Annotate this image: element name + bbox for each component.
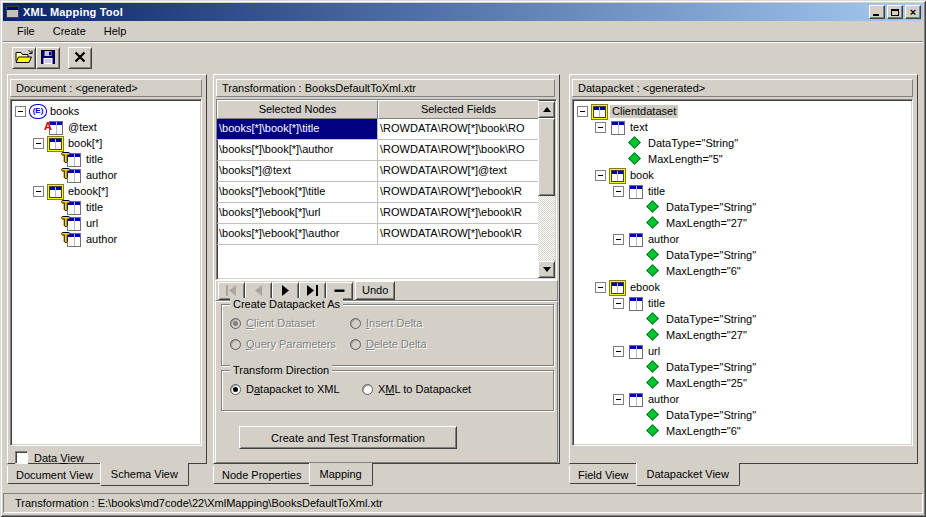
tree-item-url[interactable]: url <box>573 343 912 359</box>
column-header-selected-fields[interactable]: Selected Fields <box>378 100 539 119</box>
menu-help[interactable]: Help <box>95 23 136 39</box>
create-test-transformation-button[interactable]: Create and Test Transformation <box>239 426 457 449</box>
grid-scrollbar[interactable] <box>538 101 555 278</box>
selected-node-cell[interactable]: \books[*]\ebook[*]\url <box>217 203 378 223</box>
menu-file[interactable]: File <box>8 23 44 39</box>
open-button[interactable] <box>12 47 36 69</box>
selected-field-cell[interactable]: \ROWDATA\ROW[*]\ebook\R <box>378 203 539 223</box>
tree-item-label: books <box>48 105 81 118</box>
grid-row[interactable]: \books[*]\ebook[*]\url\ROWDATA\ROW[*]\eb… <box>217 203 556 224</box>
scrollbar-thumb[interactable] <box>538 118 555 196</box>
selected-field-cell[interactable]: \ROWDATA\ROW[*]\ebook\R <box>378 182 539 202</box>
tree-item-datatype-string[interactable]: DataType="String" <box>573 359 912 375</box>
tree-item-text[interactable]: text <box>573 119 912 135</box>
datapacket-tab-datapacket-view[interactable]: Datapacket View <box>636 463 740 486</box>
tree-item-ebook[interactable]: ebook <box>573 279 912 295</box>
tree-item-maxlength-6[interactable]: MaxLength="6" <box>573 263 912 279</box>
tree-collapse-icon[interactable] <box>33 186 44 197</box>
radio-datapacket-to-xml[interactable]: Datapacket to XML <box>230 383 362 395</box>
selected-node-cell[interactable]: \books[*]\book[*]\title <box>217 119 378 139</box>
tree-item-datatype-string[interactable]: DataType="String" <box>573 407 912 423</box>
tree-collapse-icon[interactable] <box>577 106 588 117</box>
tree-item-title[interactable]: title <box>11 151 201 167</box>
diamond-icon <box>645 328 661 342</box>
tree-item-book[interactable]: book <box>573 167 912 183</box>
tree-collapse-icon[interactable] <box>613 394 624 405</box>
dataset-icon <box>47 184 63 198</box>
tree-item-title[interactable]: title <box>573 295 912 311</box>
tree-item-books[interactable]: books <box>11 103 201 119</box>
tree-item-author[interactable]: author <box>11 167 201 183</box>
tree-item-author[interactable]: author <box>11 231 201 247</box>
maximize-button[interactable] <box>887 5 903 19</box>
tree-item-maxlength-27[interactable]: MaxLength="27" <box>573 327 912 343</box>
tree-collapse-icon[interactable] <box>595 282 606 293</box>
grid-row[interactable]: \books[*]\ebook[*]\title\ROWDATA\ROW[*]\… <box>217 182 556 203</box>
tree-item-datatype-string[interactable]: DataType="String" <box>573 247 912 263</box>
table-icon <box>627 344 643 358</box>
grid-row[interactable]: \books[*]@text\ROWDATA\ROW[*]@text <box>217 161 556 182</box>
tree-item-url[interactable]: url <box>11 215 201 231</box>
tree-collapse-icon[interactable] <box>595 170 606 181</box>
tree-item-text[interactable]: @text <box>11 119 201 135</box>
diamond-icon <box>645 376 661 390</box>
tree-item-label: author <box>646 393 681 406</box>
dataset-icon <box>609 168 625 182</box>
tree-item-title[interactable]: title <box>11 199 201 215</box>
next-record-icon <box>281 285 290 298</box>
tree-item-datatype-string[interactable]: DataType="String" <box>573 311 912 327</box>
tree-item-book[interactable]: book[*] <box>11 135 201 151</box>
grid-row[interactable]: \books[*]\book[*]\title\ROWDATA\ROW[*]\b… <box>217 119 556 140</box>
tree-item-maxlength-27[interactable]: MaxLength="27" <box>573 215 912 231</box>
tree-collapse-icon[interactable] <box>595 122 606 133</box>
selected-node-cell[interactable]: \books[*]\book[*]\author <box>217 140 378 160</box>
tree-collapse-icon[interactable] <box>613 298 624 309</box>
radio-label: Query Parameters <box>246 338 336 350</box>
titlebar: XML Mapping Tool × <box>3 3 923 21</box>
save-button[interactable] <box>36 47 60 69</box>
tree-item-label: @text <box>66 121 99 134</box>
datapacket-tab-field-view[interactable]: Field View <box>569 466 638 484</box>
transformation-tab-node-properties[interactable]: Node Properties <box>213 466 311 484</box>
scroll-down-button[interactable] <box>538 261 555 278</box>
delete-button[interactable] <box>68 47 92 69</box>
tree-item-clientdataset[interactable]: Clientdataset <box>573 103 912 119</box>
document-tab-schema-view[interactable]: Schema View <box>100 463 189 486</box>
scroll-up-button[interactable] <box>538 101 555 118</box>
close-button[interactable]: × <box>905 5 921 19</box>
selected-field-cell[interactable]: \ROWDATA\ROW[*]\book\RO <box>378 140 539 160</box>
tree-item-author[interactable]: author <box>573 231 912 247</box>
tree-collapse-icon[interactable] <box>33 138 44 149</box>
minimize-button[interactable] <box>869 5 885 19</box>
tree-collapse-icon[interactable] <box>613 186 624 197</box>
selected-field-cell[interactable]: \ROWDATA\ROW[*]@text <box>378 161 539 181</box>
document-panel-tabs: Document ViewSchema View <box>7 464 189 490</box>
selected-node-cell[interactable]: \books[*]\ebook[*]\title <box>217 182 378 202</box>
radio-xml-to-datapacket[interactable]: XML to Datapacket <box>362 383 549 395</box>
tree-collapse-icon[interactable] <box>15 106 26 117</box>
selected-node-cell[interactable]: \books[*]@text <box>217 161 378 181</box>
create-datapacket-caption: Create Datapacket As <box>230 298 343 311</box>
tree-item-maxlength-5[interactable]: MaxLength="5" <box>573 151 912 167</box>
column-header-selected-nodes[interactable]: Selected Nodes <box>217 100 378 119</box>
undo-button[interactable]: Undo <box>355 281 395 300</box>
tree-item-title[interactable]: title <box>573 183 912 199</box>
menu-create[interactable]: Create <box>44 23 95 39</box>
grid-row[interactable]: \books[*]\ebook[*]\author\ROWDATA\ROW[*]… <box>217 224 556 245</box>
tree-item-author[interactable]: author <box>573 391 912 407</box>
grid-row[interactable]: \books[*]\book[*]\author\ROWDATA\ROW[*]\… <box>217 140 556 161</box>
textfield-icon <box>65 216 81 230</box>
tree-item-ebook[interactable]: ebook[*] <box>11 183 201 199</box>
tree-item-maxlength-6[interactable]: MaxLength="6" <box>573 423 912 439</box>
selected-node-cell[interactable]: \books[*]\ebook[*]\author <box>217 224 378 244</box>
tree-item-datatype-string[interactable]: DataType="String" <box>573 135 912 151</box>
data-view-checkbox[interactable]: Data View <box>15 451 84 464</box>
tree-item-datatype-string[interactable]: DataType="String" <box>573 199 912 215</box>
selected-field-cell[interactable]: \ROWDATA\ROW[*]\ebook\R <box>378 224 539 244</box>
document-tab-document-view[interactable]: Document View <box>7 466 102 484</box>
selected-field-cell[interactable]: \ROWDATA\ROW[*]\book\RO <box>378 119 539 139</box>
tree-collapse-icon[interactable] <box>613 234 624 245</box>
tree-item-maxlength-25[interactable]: MaxLength="25" <box>573 375 912 391</box>
tree-collapse-icon[interactable] <box>613 346 624 357</box>
transformation-tab-mapping[interactable]: Mapping <box>309 463 373 486</box>
